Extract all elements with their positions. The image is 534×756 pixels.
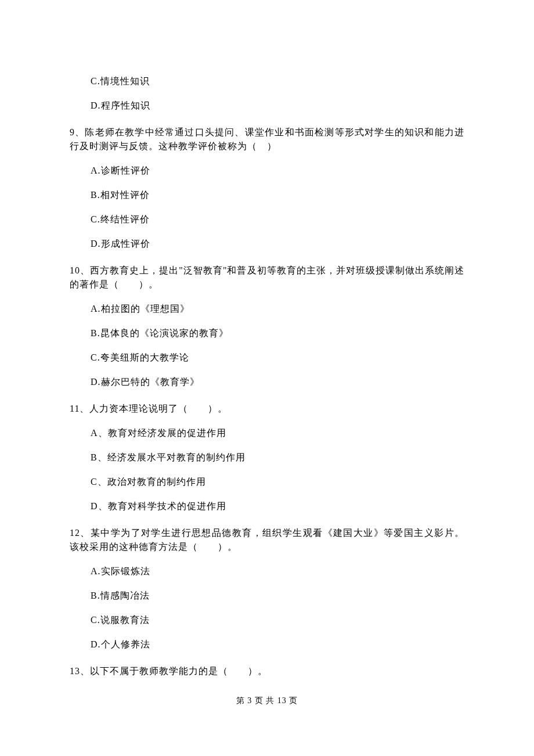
option-8-c: C.情境性知识 xyxy=(91,74,464,88)
question-13-stem: 13、以下不属于教师教学能力的是（ ）。 xyxy=(70,664,464,678)
option-10-d: D.赫尔巴特的《教育学》 xyxy=(91,375,464,389)
question-9-stem: 9、陈老师在教学中经常通过口头提问、课堂作业和书面检测等形式对学生的知识和能力进… xyxy=(70,125,464,153)
option-9-a: A.诊断性评价 xyxy=(91,164,464,178)
option-10-b: B.昆体良的《论演说家的教育》 xyxy=(91,326,464,340)
option-12-a: A.实际锻炼法 xyxy=(91,564,464,578)
option-9-c: C.终结性评价 xyxy=(91,213,464,226)
option-8-d: D.程序性知识 xyxy=(91,99,464,113)
question-12-stem: 12、某中学为了对学生进行思想品德教育，组织学生观看《建国大业》等爱国主义影片。… xyxy=(70,526,464,554)
question-11-stem: 11、人力资本理论说明了（ ）。 xyxy=(70,402,464,416)
option-12-c: C.说服教育法 xyxy=(91,613,464,627)
option-9-b: B.相对性评价 xyxy=(91,188,464,202)
option-11-d: D、教育对科学技术的促进作用 xyxy=(91,499,464,513)
option-12-b: B.情感陶冶法 xyxy=(91,589,464,603)
option-11-c: C、政治对教育的制约作用 xyxy=(91,475,464,489)
option-10-a: A.柏拉图的《理想国》 xyxy=(91,302,464,316)
option-10-c: C.夸美纽斯的大教学论 xyxy=(91,351,464,365)
page-footer: 第 3 页 共 13 页 xyxy=(70,694,464,707)
option-12-d: D.个人修养法 xyxy=(91,638,464,651)
option-9-d: D.形成性评价 xyxy=(91,237,464,251)
option-11-b: B、经济发展水平对教育的制约作用 xyxy=(91,451,464,465)
option-11-a: A、教育对经济发展的促进作用 xyxy=(91,426,464,440)
page-content: C.情境性知识 D.程序性知识 9、陈老师在教学中经常通过口头提问、课堂作业和书… xyxy=(0,0,534,730)
question-10-stem: 10、西方教育史上，提出"泛智教育"和普及初等教育的主张，并对班级授课制做出系统… xyxy=(70,264,464,291)
